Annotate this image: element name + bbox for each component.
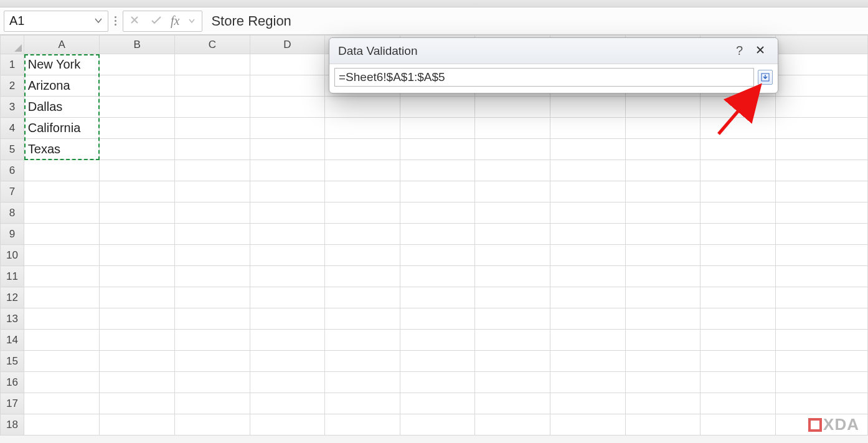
cell[interactable]: [100, 118, 175, 139]
cell-A1[interactable]: New York: [24, 54, 100, 75]
row-header[interactable]: 7: [1, 181, 24, 202]
cell[interactable]: [175, 54, 250, 75]
cell[interactable]: [550, 287, 625, 308]
row-header[interactable]: 8: [1, 202, 24, 224]
cell[interactable]: [100, 54, 175, 75]
cell[interactable]: [100, 308, 175, 330]
cell[interactable]: [175, 160, 250, 181]
cell[interactable]: [625, 224, 701, 245]
cell[interactable]: [775, 75, 867, 97]
cell[interactable]: [250, 308, 325, 330]
cell[interactable]: [400, 372, 475, 393]
cell[interactable]: [175, 308, 250, 330]
cell[interactable]: [701, 202, 776, 224]
cell[interactable]: [24, 414, 100, 436]
cell[interactable]: [100, 97, 175, 118]
cell[interactable]: [400, 181, 475, 202]
cell[interactable]: [100, 351, 175, 372]
cell[interactable]: [550, 202, 625, 224]
cell[interactable]: [250, 330, 325, 351]
cell[interactable]: [175, 287, 250, 308]
cell[interactable]: [400, 160, 475, 181]
cell[interactable]: [701, 139, 776, 160]
cell[interactable]: [175, 202, 250, 224]
cell[interactable]: [775, 160, 867, 181]
cell[interactable]: [250, 118, 325, 139]
cell[interactable]: [625, 118, 701, 139]
cell[interactable]: [775, 308, 867, 330]
cell[interactable]: [325, 118, 400, 139]
cancel-formula-button[interactable]: [127, 14, 142, 28]
col-header-D[interactable]: D: [250, 36, 325, 54]
cell[interactable]: [400, 97, 475, 118]
cell[interactable]: [701, 393, 776, 414]
cell[interactable]: [550, 414, 625, 436]
cell[interactable]: [701, 245, 776, 266]
row-header[interactable]: 18: [1, 414, 24, 436]
cell[interactable]: [775, 372, 867, 393]
cell-A2[interactable]: Arizona: [24, 75, 100, 97]
cell[interactable]: [775, 393, 867, 414]
cell[interactable]: [250, 97, 325, 118]
cell[interactable]: [400, 414, 475, 436]
cell[interactable]: [400, 118, 475, 139]
cell[interactable]: [325, 287, 400, 308]
cell[interactable]: [701, 414, 776, 436]
cell[interactable]: [775, 118, 867, 139]
cell[interactable]: [325, 372, 400, 393]
cell[interactable]: [475, 224, 550, 245]
cell[interactable]: [175, 393, 250, 414]
cell[interactable]: [775, 54, 867, 75]
cell[interactable]: [400, 351, 475, 372]
cell[interactable]: [400, 393, 475, 414]
cell[interactable]: [175, 245, 250, 266]
cell[interactable]: [325, 393, 400, 414]
row-header[interactable]: 10: [1, 245, 24, 266]
cell[interactable]: [625, 414, 701, 436]
cell[interactable]: [175, 118, 250, 139]
row-header[interactable]: 14: [1, 330, 24, 351]
dialog-titlebar[interactable]: Data Validation ?: [329, 38, 778, 64]
spreadsheet-grid[interactable]: A B C D K 1New York 2Arizona 3Dallas 4Ca…: [0, 35, 868, 436]
cell-A3[interactable]: Dallas: [24, 97, 100, 118]
chevron-down-icon[interactable]: [94, 14, 103, 28]
cell[interactable]: [775, 202, 867, 224]
cell[interactable]: [100, 75, 175, 97]
cell[interactable]: [475, 308, 550, 330]
cell[interactable]: [550, 97, 625, 118]
cell[interactable]: [475, 97, 550, 118]
cell[interactable]: [475, 139, 550, 160]
cell[interactable]: [475, 330, 550, 351]
cell[interactable]: [475, 181, 550, 202]
cell[interactable]: [550, 245, 625, 266]
cell[interactable]: [250, 372, 325, 393]
cell[interactable]: [250, 202, 325, 224]
row-header[interactable]: 11: [1, 266, 24, 287]
cell[interactable]: [701, 372, 776, 393]
cell[interactable]: [325, 245, 400, 266]
cell[interactable]: [550, 330, 625, 351]
cell[interactable]: [400, 224, 475, 245]
row-header[interactable]: 2: [1, 75, 24, 97]
cell[interactable]: [24, 351, 100, 372]
cell[interactable]: [701, 266, 776, 287]
cell[interactable]: [325, 330, 400, 351]
cell[interactable]: [701, 224, 776, 245]
cell[interactable]: [175, 414, 250, 436]
cell[interactable]: [325, 139, 400, 160]
cell[interactable]: [325, 160, 400, 181]
cell[interactable]: [100, 202, 175, 224]
cell[interactable]: [24, 266, 100, 287]
name-box[interactable]: A1: [4, 11, 108, 32]
cell[interactable]: [400, 287, 475, 308]
cell[interactable]: [175, 266, 250, 287]
cell[interactable]: [550, 266, 625, 287]
cell[interactable]: [250, 75, 325, 97]
cell[interactable]: [250, 414, 325, 436]
col-header-C[interactable]: C: [175, 36, 250, 54]
cell[interactable]: [625, 351, 701, 372]
cell[interactable]: [775, 245, 867, 266]
cell[interactable]: [775, 266, 867, 287]
cell[interactable]: [325, 224, 400, 245]
cell[interactable]: [175, 351, 250, 372]
